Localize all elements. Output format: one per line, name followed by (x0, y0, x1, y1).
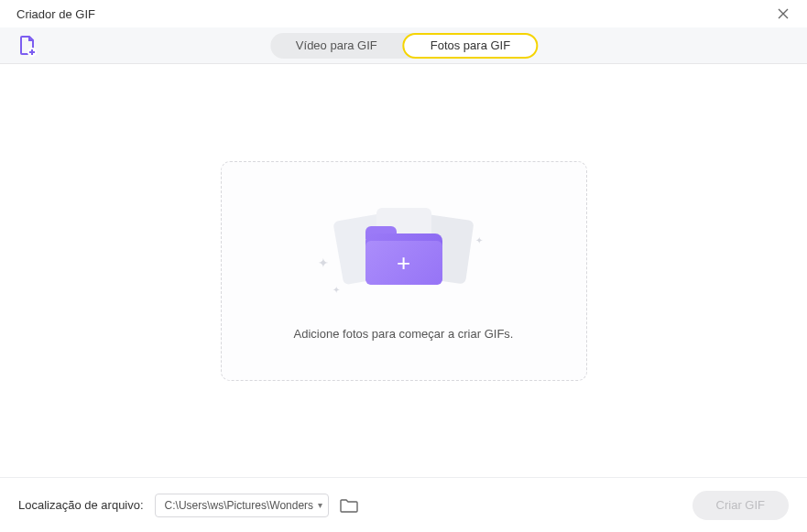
chevron-down-icon: ▾ (318, 500, 322, 510)
toolbar: Vídeo para GIF Fotos para GIF (0, 27, 807, 64)
dropzone[interactable]: ✦ ✦ ✦ + Adicione fotos para começar a cr… (221, 161, 587, 381)
browse-folder-button[interactable] (340, 498, 358, 513)
add-file-icon (16, 35, 38, 57)
folder-plus-icon: + (365, 226, 442, 285)
main-area: ✦ ✦ ✦ + Adicione fotos para começar a cr… (0, 64, 807, 477)
window-title: Criador de GIF (16, 7, 95, 21)
close-icon (778, 8, 789, 19)
mode-toggle: Vídeo para GIF Fotos para GIF (270, 33, 537, 59)
file-location-label: Localização de arquivo: (18, 498, 144, 512)
output-path-text: C:\Users\ws\Pictures\Wonders (165, 499, 314, 512)
sparkle-icon: ✦ (475, 235, 483, 245)
output-path-select[interactable]: C:\Users\ws\Pictures\Wonders ▾ (155, 494, 329, 517)
tab-video-to-gif[interactable]: Vídeo para GIF (270, 33, 403, 59)
close-button[interactable] (772, 3, 794, 25)
footer: Localização de arquivo: C:\Users\ws\Pict… (0, 477, 807, 532)
titlebar: Criador de GIF (0, 0, 807, 27)
dropzone-hint: Adicione fotos para começar a criar GIFs… (294, 327, 514, 341)
sparkle-icon: ✦ (318, 255, 329, 270)
add-file-button[interactable] (16, 35, 38, 57)
dropzone-illustration: ✦ ✦ ✦ + (322, 201, 486, 301)
create-gif-button[interactable]: Criar GIF (692, 491, 789, 520)
folder-icon (340, 498, 358, 513)
sparkle-icon: ✦ (333, 285, 340, 295)
tab-photos-to-gif[interactable]: Fotos para GIF (403, 33, 538, 59)
